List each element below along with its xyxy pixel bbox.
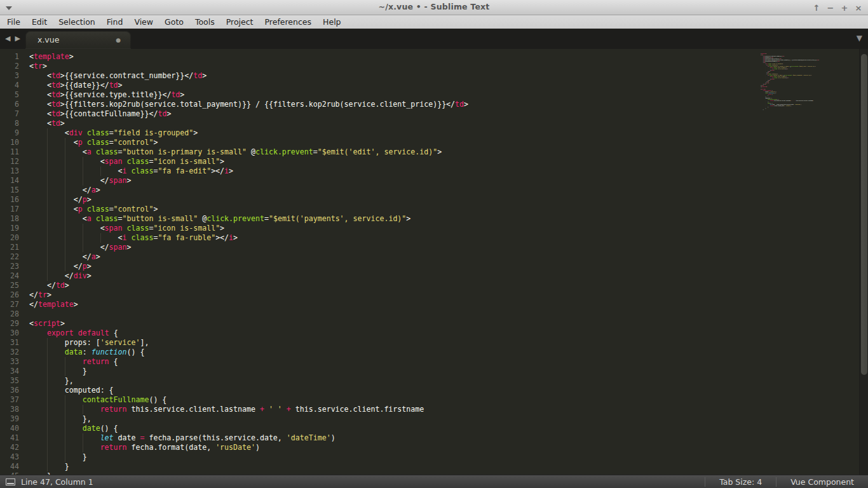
cursor-position: Line 47, Column 1: [21, 477, 93, 487]
code-line: <td>: [29, 119, 754, 128]
menu-tools[interactable]: Tools: [189, 15, 220, 29]
menu-file[interactable]: File: [0, 15, 26, 29]
code-line: <p class="control">: [29, 205, 754, 214]
code-line: return {: [29, 357, 754, 367]
line-number: 7: [0, 109, 19, 119]
code-line: [29, 309, 754, 319]
code-line: <span class="icon is-small">: [29, 157, 754, 166]
menu-find[interactable]: Find: [101, 15, 129, 29]
restore-icon[interactable]: +: [837, 3, 851, 13]
line-number: 23: [0, 262, 19, 271]
line-number-gutter: 1234567891011121314151617181920212223242…: [0, 52, 19, 475]
code-line: <td>{{service.contract_number}}</td>: [29, 71, 754, 81]
line-number: 35: [0, 376, 19, 386]
code-line: }: [29, 367, 754, 376]
menu-help[interactable]: Help: [317, 15, 347, 29]
line-number: 12: [0, 157, 19, 166]
code-line: }: [761, 109, 827, 111]
line-number: 24: [0, 271, 19, 281]
code-line: <i class="fa fa-edit"></i>: [29, 166, 754, 176]
line-number: 31: [0, 338, 19, 348]
menu-goto[interactable]: Goto: [159, 15, 189, 29]
line-number: 10: [0, 138, 19, 147]
code-line: </a>: [29, 186, 754, 195]
line-number: 17: [0, 205, 19, 214]
editor-area: 1234567891011121314151617181920212223242…: [0, 49, 868, 475]
code-line: <a class="button is-primary is-small" @c…: [29, 147, 754, 157]
code-line: return fecha.format(date, 'rusDate'): [29, 443, 754, 452]
code-line: <td>{{contactFullname}}</td>: [29, 109, 754, 119]
maximize-icon[interactable]: ↑: [810, 3, 824, 13]
code-line: contactFullname() {: [29, 395, 754, 405]
code-line: data: function() {: [29, 348, 754, 357]
line-number: 5: [0, 90, 19, 100]
code-line: <td>{{service.type.title}}</td>: [29, 90, 754, 100]
code-line: <td>{{date}}</td>: [29, 81, 754, 90]
code-line: computed: {: [29, 386, 754, 395]
tab-label: x.vue: [37, 35, 59, 44]
code-line: }: [29, 452, 754, 462]
line-number: 33: [0, 357, 19, 367]
line-number: 15: [0, 186, 19, 195]
code-view[interactable]: <template><tr><td>{{service.contract_num…: [29, 52, 754, 475]
line-number: 29: [0, 319, 19, 329]
minimap[interactable]: <template><tr><td>{{service.contract_num…: [761, 53, 827, 466]
line-number: 20: [0, 233, 19, 243]
vertical-scrollbar: [859, 49, 868, 475]
tab-size-indicator[interactable]: Tab Size: 4: [705, 477, 776, 487]
nav-forward-icon[interactable]: ▶: [15, 34, 20, 43]
line-number: 32: [0, 348, 19, 357]
close-icon[interactable]: ×: [851, 3, 865, 13]
status-right: Tab Size: 4 Vue Component: [705, 475, 868, 488]
line-number: 37: [0, 395, 19, 405]
line-number: 18: [0, 214, 19, 224]
tab-overflow-icon[interactable]: ▼: [857, 34, 862, 43]
line-number: 28: [0, 309, 19, 319]
line-number: 36: [0, 386, 19, 395]
code-line: </span>: [29, 243, 754, 252]
line-number: 40: [0, 424, 19, 433]
line-number: 43: [0, 452, 19, 462]
code-line: </div>: [29, 271, 754, 281]
line-number: 34: [0, 367, 19, 376]
code-line: },: [29, 376, 754, 386]
code-line: <tr>: [29, 62, 754, 71]
line-number: 19: [0, 224, 19, 233]
minimap-content: <template><tr><td>{{service.contract_num…: [761, 53, 827, 111]
line-number: 14: [0, 176, 19, 186]
line-number: 44: [0, 462, 19, 471]
code-line: <span class="icon is-small">: [29, 224, 754, 233]
menu-project[interactable]: Project: [220, 15, 259, 29]
syntax-indicator[interactable]: Vue Component: [776, 477, 868, 487]
line-number: 21: [0, 243, 19, 252]
line-number: 2: [0, 62, 19, 71]
title-bar: ~/x.vue • - Sublime Text ↑ − + ×: [0, 0, 868, 15]
minimize-icon[interactable]: −: [824, 3, 837, 13]
code-line: props: ['service'],: [29, 338, 754, 348]
status-bar: Line 47, Column 1 Tab Size: 4 Vue Compon…: [0, 475, 868, 488]
scrollbar-thumb[interactable]: [861, 54, 867, 375]
menu-preferences[interactable]: Preferences: [259, 15, 318, 29]
code-line: </tr>: [29, 290, 754, 300]
window-controls: ↑ − + ×: [810, 0, 865, 15]
show-panel-icon[interactable]: [6, 478, 15, 485]
window-title: ~/x.vue • - Sublime Text: [0, 2, 868, 11]
code-line: return this.service.client.lastname + ' …: [29, 405, 754, 414]
menu-selection[interactable]: Selection: [53, 15, 101, 29]
code-line: <script>: [29, 319, 754, 329]
code-line: let date = fecha.parse(this.service.date…: [29, 433, 754, 443]
menu-bar: File Edit Selection Find View Goto Tools…: [0, 15, 868, 29]
nav-back-icon[interactable]: ◀: [5, 34, 10, 43]
line-number: 8: [0, 119, 19, 128]
code-line: <p class="control">: [29, 138, 754, 147]
code-line: </a>: [29, 252, 754, 262]
code-line: <template>: [29, 52, 754, 62]
tab-nav-arrows: ◀ ▶: [5, 34, 20, 43]
menu-edit[interactable]: Edit: [26, 15, 53, 29]
line-number: 38: [0, 405, 19, 414]
tab-bar: ◀ ▶ x.vue ● ▼: [0, 29, 868, 49]
tab-x-vue[interactable]: x.vue ●: [25, 31, 131, 49]
code-line: },: [29, 414, 754, 424]
menu-view[interactable]: View: [128, 15, 159, 29]
code-line: export default {: [29, 329, 754, 338]
